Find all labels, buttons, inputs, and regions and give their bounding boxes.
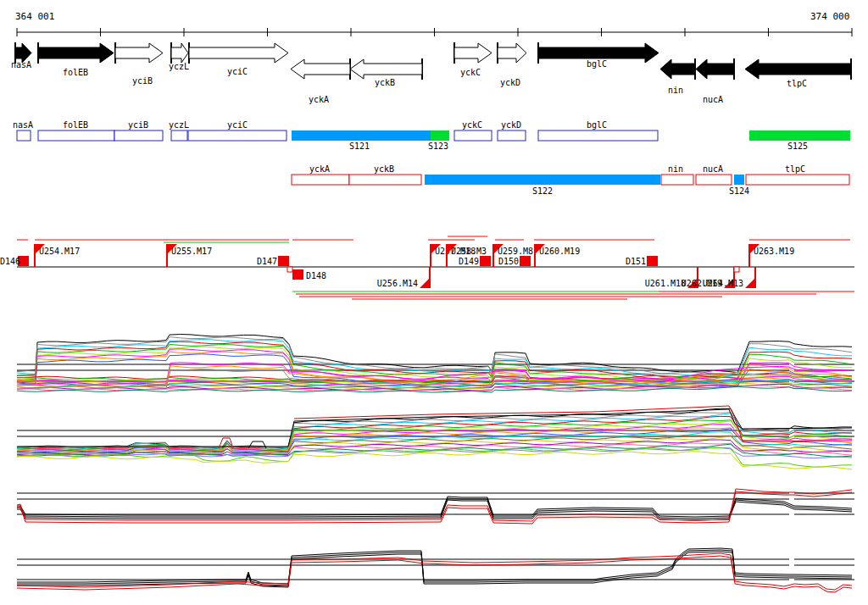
gene-label-yckD: yckD [500, 78, 520, 87]
marker-box-label-D146: D146 [0, 257, 20, 266]
marker-box-label-D150: D150 [498, 257, 519, 266]
gene-arrow-yciB[interactable] [115, 43, 163, 63]
marker-notch [734, 267, 739, 272]
gene-label-nasA: nasA [11, 60, 31, 69]
marker-flag-label-U259.M8: U259.M8 [498, 247, 533, 256]
segment-box-yckB[interactable] [349, 175, 421, 185]
marker-flag-label-U263.M19: U263.M19 [754, 247, 794, 256]
marker-flag-label-U256.M14: U256.M14 [377, 279, 418, 288]
segment-box-folEB[interactable] [38, 130, 114, 141]
segment-box-yczL[interactable] [171, 130, 187, 141]
expression-trace [17, 497, 852, 517]
segment-box-nucA[interactable] [696, 175, 732, 185]
segment-label-yciC: yciC [227, 120, 248, 130]
segment-label-S122: S122 [532, 186, 553, 196]
segment-box-nasA[interactable] [17, 130, 31, 141]
segment-label-yckC: yckC [462, 120, 482, 130]
segment-box-yciB[interactable] [114, 130, 163, 141]
segment-label-S123: S123 [428, 142, 448, 151]
marker-box-label-D149: D149 [459, 257, 479, 266]
segment-box-yckA[interactable] [292, 175, 349, 185]
expression-trace [17, 452, 852, 469]
marker-box-label-D151: D151 [626, 257, 646, 266]
marker-box-D151[interactable] [647, 256, 658, 266]
expression-trace [17, 335, 852, 373]
gene-arrow-yckD[interactable] [498, 43, 526, 63]
segment-label-nucA: nucA [703, 164, 723, 174]
gene-arrow-nucA[interactable] [696, 59, 734, 79]
gene-label-bglC: bglC [587, 59, 607, 69]
marker-flag-label-U258.M3: U258.M3 [451, 247, 487, 256]
gene-label-nin: nin [668, 86, 683, 95]
gene-label-yckA: yckA [309, 95, 329, 104]
gene-arrow-yckC[interactable] [454, 43, 492, 63]
marker-flag-label-U260.M19: U260.M19 [539, 247, 580, 256]
segment-label-S124: S124 [729, 186, 749, 196]
segment-box-tlpC[interactable] [746, 175, 849, 185]
segment-label-bglC: bglC [587, 120, 607, 130]
segment-label-S125: S125 [787, 142, 808, 151]
gene-label-yciC: yciC [227, 67, 248, 76]
gene-label-nucA: nucA [703, 95, 723, 104]
gene-arrow-yckA[interactable] [291, 59, 350, 79]
gene-arrow-tlpC[interactable] [745, 59, 851, 79]
marker-box-label-D148: D148 [306, 271, 326, 280]
gene-label-yckB: yckB [375, 78, 395, 87]
segment-label-yckD: yckD [501, 120, 521, 130]
marker-box-label-D147: D147 [257, 257, 277, 266]
genome-browser-view: 364 001 374 000 nasAfolEByciByczLyciCyck… [0, 0, 868, 605]
segment-label-yckB: yckB [374, 164, 394, 174]
gene-arrow-folEB[interactable] [38, 43, 114, 63]
gene-arrow-yciC[interactable] [189, 43, 288, 63]
marker-box-D149[interactable] [480, 256, 491, 266]
segment-box-yckD[interactable] [498, 130, 526, 141]
gene-label-yczL: yczL [169, 62, 189, 71]
segment-bar-S122[interactable] [425, 175, 660, 185]
gene-arrow-nin[interactable] [660, 59, 695, 79]
marker-flag-label-U261.M18: U261.M18 [645, 279, 686, 288]
segment-label-nasA: nasA [13, 120, 33, 130]
marker-flag-label-U255.M17: U255.M17 [171, 247, 212, 256]
segment-label-S121: S121 [349, 142, 370, 151]
marker-flag-label-U264.M13: U264.M13 [703, 279, 743, 288]
marker-notch [287, 267, 292, 272]
gene-label-folEB: folEB [63, 68, 88, 77]
genome-plot-canvas: nasAfolEByciByczLyciCyckAyckByckCyckDbgl… [0, 0, 868, 605]
gene-label-yciB: yciB [132, 76, 153, 86]
gene-label-yckC: yckC [460, 68, 481, 77]
segment-box-bglC[interactable] [538, 130, 658, 141]
expression-trace [17, 548, 852, 584]
marker-flag-U256.M14[interactable] [420, 278, 430, 288]
marker-box-D150[interactable] [520, 256, 531, 266]
segment-label-folEB: folEB [63, 120, 88, 130]
segment-label-yciB: yciB [128, 120, 148, 130]
segment-label-yckA: yckA [309, 164, 330, 174]
segment-bar-S125[interactable] [749, 130, 850, 141]
gene-arrow-yckB[interactable] [350, 59, 422, 79]
segment-box-nin[interactable] [661, 175, 693, 185]
segment-bar-S124[interactable] [734, 175, 744, 185]
marker-flag-label-U254.M17: U254.M17 [39, 247, 80, 256]
segment-box-yciC[interactable] [188, 130, 287, 141]
segment-box-yckC[interactable] [454, 130, 492, 141]
segment-label-tlpC: tlpC [785, 164, 805, 174]
marker-box-D148[interactable] [292, 269, 303, 280]
marker-box-D147[interactable] [278, 256, 289, 266]
gene-label-tlpC: tlpC [787, 79, 807, 88]
segment-label-yczL: yczL [169, 120, 189, 130]
segment-label-nin: nin [668, 164, 683, 174]
segment-bar-S121[interactable] [292, 130, 431, 141]
segment-bar-S123[interactable] [431, 130, 449, 141]
gene-arrow-yczL[interactable] [171, 43, 188, 63]
marker-flag-U264.M13[interactable] [745, 278, 755, 288]
